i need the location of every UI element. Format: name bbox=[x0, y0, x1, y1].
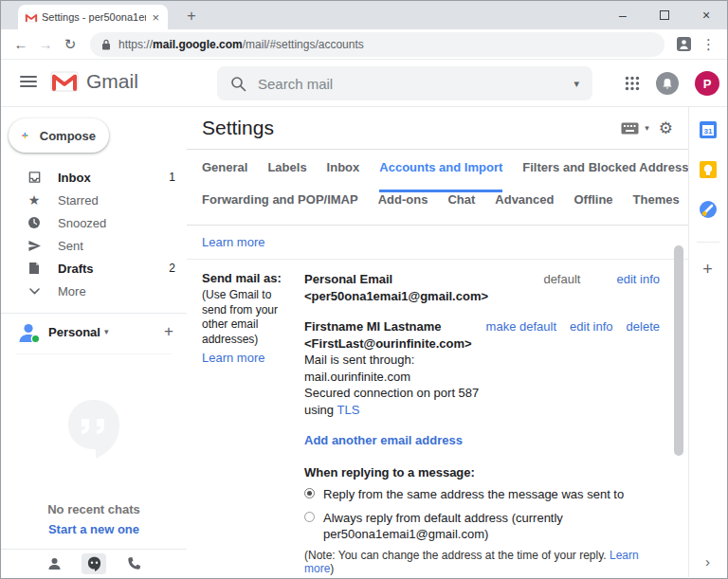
add-chat-button[interactable]: + bbox=[164, 322, 173, 341]
contacts-icon[interactable] bbox=[42, 553, 66, 574]
account-address: <FirstLast@ourinfinite.com> bbox=[304, 335, 486, 353]
chat-account-name[interactable]: Personal bbox=[48, 325, 100, 339]
sidebar-item-label: Snoozed bbox=[58, 216, 175, 230]
refresh-button[interactable]: ↻ bbox=[58, 36, 82, 53]
send-as-account-2: Firstname MI Lastname <FirstLast@ourinfi… bbox=[304, 318, 660, 418]
send-mail-as-learn-more-link[interactable]: Learn more bbox=[202, 351, 297, 365]
sidebar-item-starred[interactable]: ★ Starred bbox=[1, 189, 187, 211]
account-name: Firstname MI Lastname bbox=[304, 318, 486, 335]
tab-close-icon[interactable]: × bbox=[150, 10, 161, 25]
header-actions: P bbox=[625, 60, 721, 107]
search-input[interactable] bbox=[258, 76, 573, 92]
sidebar-item-inbox[interactable]: Inbox 1 bbox=[1, 166, 187, 189]
reply-heading: When replying to a message: bbox=[304, 465, 660, 479]
search-options-caret-icon[interactable]: ▾ bbox=[573, 78, 579, 90]
make-default-link[interactable]: make default bbox=[486, 319, 556, 334]
tab-labels[interactable]: Labels bbox=[267, 160, 306, 181]
edit-info-link[interactable]: edit info bbox=[570, 319, 613, 334]
new-tab-button[interactable]: + bbox=[179, 5, 204, 27]
url-text: https://mail.google.com/mail/#settings/a… bbox=[118, 38, 364, 51]
star-icon: ★ bbox=[26, 192, 43, 208]
svg-text:31: 31 bbox=[703, 127, 712, 136]
chat-account-caret-icon[interactable]: ▾ bbox=[104, 327, 109, 336]
chat-avatar[interactable] bbox=[16, 319, 41, 344]
radio-selected-icon[interactable] bbox=[304, 488, 315, 498]
browser-tab[interactable]: Settings - per50ona1emai1@gm × bbox=[18, 5, 168, 29]
phone-icon[interactable] bbox=[121, 553, 146, 574]
chat-panel: No recent chats Start a new one bbox=[16, 353, 172, 536]
address-bar[interactable]: https://mail.google.com/mail/#settings/a… bbox=[90, 32, 664, 57]
settings-gear-icon[interactable]: ⚙ bbox=[659, 118, 673, 138]
compose-label: Compose bbox=[40, 129, 96, 143]
apps-grid-icon[interactable] bbox=[625, 76, 640, 91]
start-chat-link[interactable]: Start a new one bbox=[48, 522, 139, 536]
inbox-count: 1 bbox=[169, 171, 175, 184]
tab-forwarding[interactable]: Forwarding and POP/IMAP bbox=[202, 192, 358, 213]
url-path: /mail/#settings/accounts bbox=[243, 38, 364, 51]
tab-offline[interactable]: Offline bbox=[573, 192, 612, 213]
forward-button[interactable]: → bbox=[33, 36, 58, 52]
notifications-bell-icon[interactable] bbox=[656, 72, 679, 95]
gmail-logo[interactable]: Gmail bbox=[50, 70, 138, 93]
reply-option-same-address[interactable]: Reply from the same address the message … bbox=[304, 486, 660, 503]
sidebar-item-drafts[interactable]: Drafts 2 bbox=[1, 257, 187, 280]
inbox-icon bbox=[26, 171, 43, 184]
sidebar: Compose Inbox 1 ★ Starred Snoozed Sent bbox=[1, 107, 187, 549]
browser-tabstrip: Settings - per50ona1emai1@gm × + – × bbox=[1, 1, 727, 29]
sent-through-text: Mail is sent through: mail.ourinfinite.c… bbox=[304, 352, 486, 385]
browser-toolbar: ← → ↻ https://mail.google.com/mail/#sett… bbox=[1, 29, 727, 60]
settings-content: Learn more Send mail as: (Use Gmail to s… bbox=[187, 226, 688, 577]
hangouts-icon[interactable] bbox=[82, 553, 106, 574]
sidebar-item-label: Starred bbox=[58, 193, 175, 208]
url-domain: mail.google.com bbox=[153, 38, 243, 51]
get-addons-button[interactable]: + bbox=[702, 260, 713, 280]
clock-icon bbox=[26, 216, 43, 229]
tab-inbox[interactable]: Inbox bbox=[327, 160, 360, 181]
edit-info-link[interactable]: edit info bbox=[616, 272, 660, 286]
tab-chat[interactable]: Chat bbox=[447, 192, 475, 213]
back-button[interactable]: ← bbox=[9, 36, 33, 52]
tab-themes[interactable]: Themes bbox=[633, 192, 680, 213]
send-as-account-1: Personal Email <per50ona1emai1@gmail.com… bbox=[304, 271, 660, 304]
gmail-favicon bbox=[25, 12, 38, 23]
account-avatar[interactable]: P bbox=[695, 71, 719, 96]
tasks-icon[interactable] bbox=[699, 200, 718, 219]
delete-link[interactable]: delete bbox=[627, 319, 660, 334]
collapse-rail-icon[interactable]: › bbox=[705, 553, 710, 570]
tab-addons[interactable]: Add-ons bbox=[378, 192, 428, 213]
toolbar-right: ⋮ bbox=[672, 36, 719, 53]
sidebar-item-sent[interactable]: Sent bbox=[1, 234, 187, 257]
drafts-count: 2 bbox=[169, 262, 175, 275]
tab-filters[interactable]: Filters and Blocked Addresses bbox=[522, 160, 688, 181]
search-icon bbox=[230, 76, 246, 92]
main-menu-icon[interactable] bbox=[20, 76, 37, 87]
send-icon bbox=[26, 240, 43, 252]
keep-icon[interactable] bbox=[699, 160, 718, 179]
reply-settings: When replying to a message: Reply from t… bbox=[304, 465, 660, 575]
compose-button[interactable]: Compose bbox=[9, 118, 109, 153]
sidebar-item-more[interactable]: More bbox=[1, 280, 187, 302]
input-tools-keyboard-icon[interactable] bbox=[621, 122, 639, 135]
tab-accounts-and-import[interactable]: Accounts and Import bbox=[379, 160, 502, 192]
send-mail-as-description: (Use Gmail to send from your other email… bbox=[202, 288, 297, 347]
settings-header: Settings ▾ ⚙ bbox=[187, 107, 688, 150]
maximize-button[interactable] bbox=[644, 1, 685, 29]
hangouts-ghost-icon bbox=[64, 398, 123, 462]
profile-icon[interactable] bbox=[676, 36, 692, 52]
input-tools-caret-icon[interactable]: ▾ bbox=[645, 123, 649, 133]
close-button[interactable]: × bbox=[685, 1, 727, 29]
tab-advanced[interactable]: Advanced bbox=[495, 192, 554, 213]
learn-more-top-link[interactable]: Learn more bbox=[202, 235, 264, 249]
calendar-icon[interactable]: 31 bbox=[699, 120, 718, 139]
tab-general[interactable]: General bbox=[202, 160, 247, 181]
browser-menu-icon[interactable]: ⋮ bbox=[701, 36, 716, 53]
search-bar[interactable]: ▾ bbox=[217, 66, 592, 100]
reply-option-default-address[interactable]: Always reply from default address (curre… bbox=[304, 510, 660, 543]
content-scrollbar[interactable] bbox=[674, 245, 683, 456]
settings-tabs: General Labels Inbox Accounts and Import… bbox=[187, 150, 688, 226]
add-another-email-link[interactable]: Add another email address bbox=[304, 433, 463, 447]
minimize-button[interactable]: – bbox=[602, 1, 644, 29]
tls-link[interactable]: TLS bbox=[337, 403, 359, 417]
sidebar-item-snoozed[interactable]: Snoozed bbox=[1, 211, 187, 234]
radio-unselected-icon[interactable] bbox=[304, 512, 315, 522]
